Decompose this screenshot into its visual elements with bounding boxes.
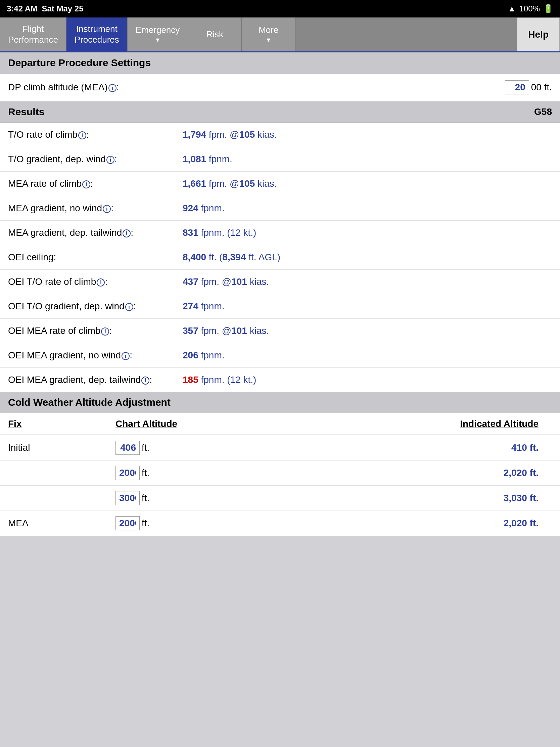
row-label: OEI MEA gradient, dep. tailwindi: <box>8 375 183 385</box>
info-icon[interactable]: i <box>106 156 114 164</box>
table-row: OEI MEA gradient, no windi: 206 fpnm. <box>0 343 560 368</box>
cold-weather-table: Fix Chart Altitude Indicated Altitude In… <box>0 413 560 536</box>
wifi-icon: ▲ <box>508 4 516 14</box>
info-icon[interactable]: i <box>123 229 131 237</box>
main-content: Departure Procedure Settings DP climb al… <box>0 52 560 536</box>
nav-spacer <box>295 18 517 51</box>
tab-flight-performance-label: FlightPerformance <box>8 24 58 45</box>
col-chart-header: Chart Altitude <box>115 418 327 429</box>
row-value: 1,081 fpnm. <box>183 154 232 164</box>
battery-icon: 🔋 <box>543 4 553 14</box>
tab-emergency[interactable]: Emergency ▼ <box>128 18 188 51</box>
help-button[interactable]: Help <box>517 18 560 51</box>
table-row: MEA ft. 2,020 ft. <box>0 511 560 536</box>
row-label: MEA gradient, no windi: <box>8 203 183 214</box>
info-icon[interactable]: i <box>101 328 109 336</box>
table-row: MEA gradient, no windi: 924 fpnm. <box>0 196 560 221</box>
table-row: OEI T/O rate of climbi: 437 fpm. @101 ki… <box>0 270 560 294</box>
results-header: Results G58 <box>0 101 560 123</box>
tab-emergency-label: Emergency <box>136 25 180 35</box>
table-row: MEA gradient, dep. tailwindi: 831 fpnm. … <box>0 221 560 245</box>
chart-altitude: ft. <box>115 516 327 530</box>
info-icon[interactable]: i <box>82 180 90 188</box>
results-title: Results <box>8 106 44 118</box>
row-value: 185 fpnm. (12 kt.) <box>183 375 256 385</box>
departure-procedure-card: DP climb altitude (MEA)i: 00 ft. <box>0 74 560 101</box>
row-value: 1,661 fpm. @105 kias. <box>183 178 277 189</box>
row-label: T/O gradient, dep. windi: <box>8 154 183 164</box>
chevron-down-icon: ▼ <box>155 36 161 44</box>
indicated-altitude: 410 ft. <box>327 442 552 453</box>
info-icon[interactable]: i <box>103 205 111 213</box>
row-label: OEI T/O gradient, dep. windi: <box>8 301 183 312</box>
cold-weather-table-header: Fix Chart Altitude Indicated Altitude <box>0 413 560 435</box>
info-icon[interactable]: i <box>97 279 105 286</box>
status-time: 3:42 AM Sat May 25 <box>7 4 84 14</box>
dp-climb-input[interactable] <box>505 80 529 94</box>
row-label: OEI ceiling: <box>8 252 183 263</box>
row-value: 274 fpnm. <box>183 301 224 312</box>
tab-more[interactable]: More ▼ <box>242 18 295 51</box>
tab-risk-label: Risk <box>207 29 223 40</box>
chevron-down-icon-more: ▼ <box>266 36 272 44</box>
status-right: ▲ 100% 🔋 <box>508 4 553 14</box>
row-value: 357 fpm. @101 kias. <box>183 326 269 336</box>
table-row: OEI MEA rate of climbi: 357 fpm. @101 ki… <box>0 319 560 343</box>
table-row: OEI T/O gradient, dep. windi: 274 fpnm. <box>0 294 560 319</box>
col-fix-header: Fix <box>8 418 115 429</box>
indicated-altitude: 2,020 ft. <box>327 467 552 478</box>
fix-label: MEA <box>8 518 115 529</box>
dp-climb-suffix: 00 ft. <box>531 82 552 93</box>
chart-altitude: ft. <box>115 491 327 505</box>
chart-input[interactable] <box>115 516 140 530</box>
chart-altitude: ft. <box>115 441 327 455</box>
table-row: ft. 2,020 ft. <box>0 461 560 486</box>
row-value: 1,794 fpm. @105 kias. <box>183 129 277 140</box>
tab-risk[interactable]: Risk <box>188 18 242 51</box>
info-icon[interactable]: i <box>122 352 130 360</box>
table-row: OEI MEA gradient, dep. tailwindi: 185 fp… <box>0 368 560 392</box>
col-indicated-header: Indicated Altitude <box>327 418 552 429</box>
row-label: OEI T/O rate of climbi: <box>8 277 183 287</box>
cold-weather-header: Cold Weather Altitude Adjustment <box>0 392 560 413</box>
departure-procedure-header: Departure Procedure Settings <box>0 52 560 74</box>
battery-level: 100% <box>519 4 540 14</box>
info-icon[interactable]: i <box>141 377 150 385</box>
info-icon-dp[interactable]: i <box>108 84 116 92</box>
chart-input[interactable] <box>115 491 140 505</box>
info-icon[interactable]: i <box>78 131 86 139</box>
dp-climb-label: DP climb altitude (MEA)i: <box>8 82 495 93</box>
chart-altitude: ft. <box>115 466 327 480</box>
tab-flight-performance[interactable]: FlightPerformance <box>0 18 66 51</box>
nav-bar: FlightPerformance InstrumentProcedures E… <box>0 18 560 52</box>
table-row: Initial ft. 410 ft. <box>0 435 560 461</box>
table-row: ft. 3,030 ft. <box>0 486 560 511</box>
results-card: T/O rate of climbi: 1,794 fpm. @105 kias… <box>0 123 560 392</box>
fix-label: Initial <box>8 442 115 453</box>
dp-input-area: 00 ft. <box>505 80 552 94</box>
row-value: 8,400 ft. (8,394 ft. AGL) <box>183 252 280 263</box>
table-row: T/O rate of climbi: 1,794 fpm. @105 kias… <box>0 123 560 147</box>
row-value: 924 fpnm. <box>183 203 224 214</box>
tab-instrument-procedures[interactable]: InstrumentProcedures <box>66 18 128 51</box>
help-label: Help <box>528 29 549 40</box>
dp-climb-row: DP climb altitude (MEA)i: 00 ft. <box>0 74 560 101</box>
status-bar: 3:42 AM Sat May 25 ▲ 100% 🔋 <box>0 0 560 18</box>
info-icon[interactable]: i <box>125 303 133 311</box>
results-badge: G58 <box>534 106 552 117</box>
row-value: 437 fpm. @101 kias. <box>183 277 269 287</box>
row-value: 831 fpnm. (12 kt.) <box>183 227 256 238</box>
chart-input[interactable] <box>115 466 140 480</box>
indicated-altitude: 3,030 ft. <box>327 493 552 504</box>
tab-more-label: More <box>259 25 278 35</box>
table-row: T/O gradient, dep. windi: 1,081 fpnm. <box>0 147 560 172</box>
row-label: T/O rate of climbi: <box>8 129 183 140</box>
indicated-altitude: 2,020 ft. <box>327 518 552 529</box>
chart-input[interactable] <box>115 441 140 455</box>
row-label: OEI MEA rate of climbi: <box>8 326 183 336</box>
row-label: MEA gradient, dep. tailwindi: <box>8 227 183 238</box>
table-row: OEI ceiling: 8,400 ft. (8,394 ft. AGL) <box>0 245 560 270</box>
table-row: MEA rate of climbi: 1,661 fpm. @105 kias… <box>0 172 560 196</box>
row-label: OEI MEA gradient, no windi: <box>8 350 183 361</box>
row-value: 206 fpnm. <box>183 350 224 361</box>
